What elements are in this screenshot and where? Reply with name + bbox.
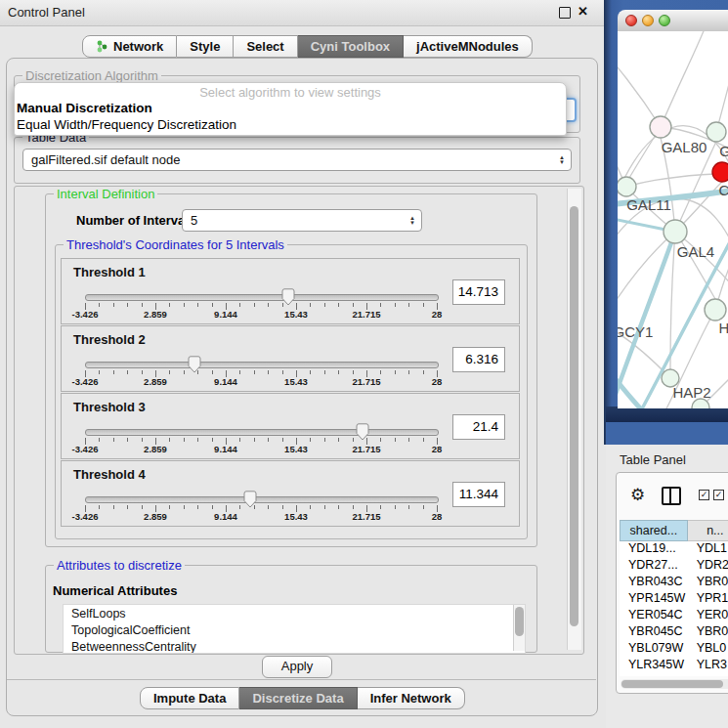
slider-tick [99,303,100,307]
threshold-row: Threshold 3-3.4262.8599.14415.4321.71528… [61,393,520,459]
table-cell: YBR043C [620,575,688,591]
slider-tick [338,438,339,442]
table-data-combobox[interactable]: galFiltered.sif default node ▲▼ [22,149,572,171]
node-label: HAP2 [672,384,710,401]
tab-network[interactable]: Network [82,35,177,58]
slider-tick [113,303,114,307]
slider-tick [408,370,409,374]
tab-label: Select [246,39,283,54]
column-header-shared-name[interactable]: shared... [620,520,688,541]
slider-thumb[interactable] [356,423,369,441]
table-row[interactable]: YDL19...YDL1 [620,541,728,558]
num-intervals-combobox[interactable]: 5 ▲▼ [182,209,422,232]
slider-tick [353,370,354,374]
tab-style[interactable]: Style [177,35,234,58]
minimize-traffic-light[interactable] [642,15,654,26]
tab-label: Style [190,39,220,54]
table-row[interactable]: YBR043CYBR0 [620,575,728,591]
network-edge[interactable] [661,31,706,127]
slider-tick-label: -3.426 [64,309,107,320]
table-row[interactable]: YER054CYER0 [620,608,728,624]
split-columns-icon[interactable] [662,487,681,505]
list-scrollbar-thumb[interactable] [515,607,524,636]
table-cell: YDL1 [688,541,728,558]
slider-track[interactable] [85,294,439,301]
slider-tick-label: 28 [415,376,458,387]
network-edge[interactable] [716,51,728,132]
table-row[interactable]: YIL052CYIL0 [620,674,728,676]
list-item[interactable]: SelfLoops [64,605,525,621]
table-row[interactable]: YPR145WYPR1 [620,591,728,608]
slider-tick-label: 2.859 [134,309,177,320]
network-edge[interactable] [626,174,715,187]
slider-thumb[interactable] [281,288,295,306]
dropdown-option-manual[interactable]: Manual Discretization [17,101,152,115]
network-node-gal4[interactable] [664,220,687,243]
column-header-name[interactable]: n... [688,520,728,541]
bottom-tab-discretize-data[interactable]: Discretize Data [239,687,357,709]
close-traffic-light[interactable] [625,15,637,26]
network-node-h[interactable] [705,299,726,321]
slider-tick-label: 15.43 [275,309,318,320]
gear-icon[interactable]: ⚙ [630,487,645,503]
node-attribute-table[interactable]: shared... n... YDL19...YDL1YDR27...YDR2Y… [620,520,728,676]
table-row[interactable]: YBR045CYBR0 [620,624,728,641]
network-edge[interactable] [618,51,661,127]
float-window-icon[interactable] [559,7,571,19]
slider-tick [254,438,255,442]
table-cell: YDR27... [620,558,688,575]
network-node-g[interactable] [707,122,726,142]
slider-tick [408,303,409,307]
network-edge[interactable] [618,232,675,310]
list-vertical-scrollbar[interactable] [513,605,525,651]
slider-tick [380,438,381,442]
list-item[interactable]: BetweennessCentrality [64,638,525,654]
bottom-tab-impute-data[interactable]: Impute Data [140,687,239,709]
control-panel-titlebar: Control Panel ✕ [0,0,604,26]
threshold-value-field[interactable]: 6.316 [452,347,505,372]
threshold-value-field[interactable]: 21.4 [452,414,505,440]
slider-tick [423,303,424,307]
tab-jactivemnodules[interactable]: jActiveMNodules [404,35,533,58]
tab-cyni-toolbox[interactable]: Cyni Toolbox [298,35,404,58]
bottom-tab-infer-network[interactable]: Infer Network [358,687,465,709]
slider-track[interactable] [85,496,439,503]
checkbox-icon[interactable]: ✓ [699,490,709,500]
stepper-arrows-icon: ▲▼ [409,216,415,226]
slider-tick [142,370,143,374]
slider-tick [353,505,354,509]
threshold-row: Threshold 2-3.4262.8599.14415.4321.71528… [61,325,520,392]
tab-select[interactable]: Select [234,35,297,58]
network-node-gal11[interactable] [618,177,636,196]
slider-tick [142,303,143,307]
slider-track[interactable] [85,429,439,436]
dropdown-option-equal-width[interactable]: Equal Width/Frequency Discretization [17,117,236,132]
slider-thumb[interactable] [243,491,257,508]
threshold-value-field[interactable]: 11.344 [452,482,505,507]
slider-tick [408,438,409,442]
table-row[interactable]: YBL079WYBL0 [620,641,728,658]
table-row[interactable]: YLR345WYLR3 [620,658,728,674]
table-cell: YER054C [620,608,688,624]
settings-scrollbar-thumb[interactable] [570,206,578,626]
table-row[interactable]: YDR27...YDR2 [620,558,728,575]
numerical-attributes-list[interactable]: SelfLoopsTopologicalCoefficientBetweenne… [63,604,526,654]
table-cell: YPR145W [620,591,688,608]
network-canvas[interactable]: GAL80GCGAL11GAL4GCY1HHAP2 [618,31,728,408]
apply-button[interactable]: Apply [262,656,332,678]
slider-tick [113,505,114,509]
network-node-gal80[interactable] [650,116,671,138]
slider-thumb[interactable] [188,356,201,373]
zoom-traffic-light[interactable] [659,15,670,26]
slider-tick-label: 9.144 [204,444,247,454]
table-hscrollbar-thumb[interactable] [621,680,723,688]
network-graph: GAL80GCGAL11GAL4GCY1HHAP2 [618,31,728,408]
slider-track[interactable] [85,362,439,368]
close-icon[interactable]: ✕ [578,4,588,19]
list-item[interactable]: TopologicalCoefficient [64,621,525,638]
settings-vertical-scrollbar[interactable] [567,189,581,650]
checkbox-icon[interactable]: ✓ [713,490,724,500]
network-node-c[interactable] [712,162,728,182]
table-horizontal-scrollbar[interactable] [621,679,728,689]
threshold-value-field[interactable]: 14.713 [452,279,505,305]
